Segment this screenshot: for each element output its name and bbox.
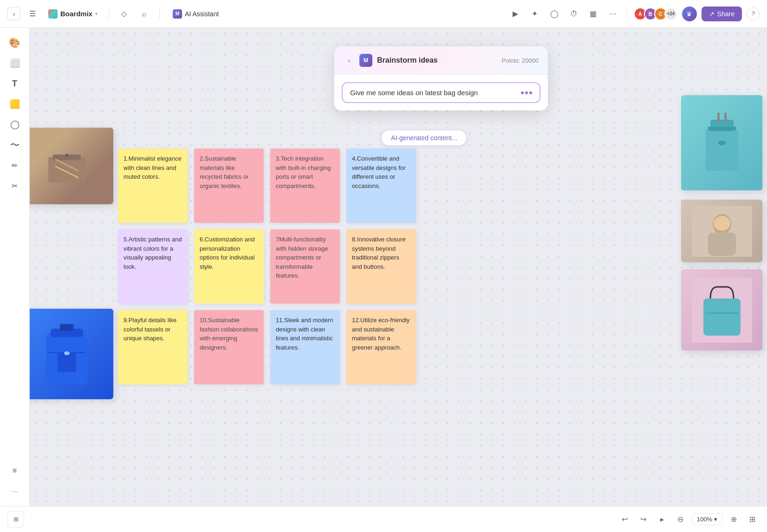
palette-icon: 🎨 <box>9 37 20 48</box>
grid-view-button[interactable]: ⊞ <box>745 512 760 527</box>
play-button[interactable]: ▶ <box>508 6 523 21</box>
notes-row-1: 1.Minimalist elegance with clean lines a… <box>118 149 416 223</box>
sticky-icon: 🟨 <box>10 99 20 109</box>
ai-dot-2 <box>525 91 528 94</box>
avatars-group: A B C +24 <box>634 7 677 20</box>
notes-row-3: 9.Playful details like colorful tassels … <box>118 310 416 384</box>
ai-logo-text: M <box>176 11 179 16</box>
avatar-count: +24 <box>664 7 677 20</box>
svg-rect-0 <box>48 157 85 182</box>
ai-panel-back-icon: ‹ <box>348 57 351 64</box>
svg-point-4 <box>65 154 69 157</box>
chart-button[interactable]: ▦ <box>586 6 601 21</box>
blue-bag-image <box>30 309 113 399</box>
comment-button[interactable]: ◯ <box>547 6 562 21</box>
zoom-control[interactable]: 100% ▾ <box>692 513 722 525</box>
ai-input-area[interactable]: Give me some ideas on latest bag design <box>342 82 540 103</box>
note-12[interactable]: 12.Utilize eco-friendly and sustainable … <box>346 310 416 384</box>
note-8[interactable]: 8.Innovative closure systems beyond trad… <box>346 229 416 304</box>
bottom-left-icon-button[interactable]: ⊞ <box>7 511 24 528</box>
zoom-level-label: 100% <box>697 516 712 523</box>
toolbar-right: ▶ ✦ ◯ ⏱ ▦ ⋯ A B C +24 ♛ ↗ Share <box>384 6 760 21</box>
note-7[interactable]: 7Multi-functionality with hidden storage… <box>270 229 340 304</box>
zoom-plus-button[interactable]: ⊕ <box>726 512 741 527</box>
note-11[interactable]: 11.Sleek and modern designs with clean l… <box>270 310 340 384</box>
hamburger-button[interactable]: ☰ <box>26 7 39 20</box>
list-icon: ≡ <box>13 467 17 475</box>
help-button[interactable]: ? <box>747 7 760 20</box>
shape-icon: ◯ <box>10 119 20 130</box>
tag-icon: ◇ <box>121 9 127 18</box>
search-button[interactable]: ⌕ <box>137 6 152 21</box>
ai-panel-logo-text: M <box>364 57 368 64</box>
pointer-button[interactable]: ▸ <box>655 512 670 527</box>
main-toolbar: ‹ ☰ Boardmix ▾ ◇ ⌕ M AI Assistant ▶ <box>0 0 767 28</box>
bottom-bar: ⊞ ↩ ↪ ▸ ⊖ 100% ▾ ⊕ ⊞ <box>0 506 767 532</box>
palette-tool-button[interactable]: 🎨 <box>6 33 24 52</box>
sticky-notes-area: 1.Minimalist elegance with clean lines a… <box>118 149 416 391</box>
frame-tool-button[interactable]: ⬜ <box>6 54 24 72</box>
note-9[interactable]: 9.Playful details like colorful tassels … <box>118 310 188 384</box>
hamburger-icon: ☰ <box>29 9 36 18</box>
left-sidebar: 🎨 ⬜ T 🟨 ◯ 〜 ✏ ✂ ≡ ⋯ <box>0 28 30 506</box>
share-button[interactable]: ↗ Share <box>702 6 742 21</box>
pointer-icon: ▸ <box>660 515 664 524</box>
zoom-minus-button[interactable]: ⊖ <box>673 512 688 527</box>
list-tool-button[interactable]: ≡ <box>6 461 24 480</box>
frame-icon: ⬜ <box>10 58 20 68</box>
note-3[interactable]: 3.Tech integration with built-in chargin… <box>270 149 340 223</box>
back-button[interactable]: ‹ <box>7 7 20 20</box>
ai-logo-icon: M <box>173 9 182 19</box>
brand-logo-icon <box>48 9 58 19</box>
shape-tool-button[interactable]: ◯ <box>6 115 24 134</box>
ai-input-text: Give me some ideas on latest bag design <box>350 89 517 97</box>
ai-input-dots <box>521 91 532 94</box>
note-5[interactable]: 5.Artistic patterns and vibrant colors f… <box>118 229 188 304</box>
text-icon: T <box>12 79 17 89</box>
note-1[interactable]: 1.Minimalist elegance with clean lines a… <box>118 149 188 223</box>
crown-button[interactable]: ♛ <box>682 6 697 21</box>
ai-panel-back-button[interactable]: ‹ <box>344 55 355 66</box>
sidebar-more-icon: ⋯ <box>11 487 19 496</box>
back-icon: ‹ <box>13 10 15 18</box>
svg-point-23 <box>64 351 70 355</box>
cursor-icon: ✦ <box>532 9 538 18</box>
tag-button[interactable]: ◇ <box>117 6 131 21</box>
share-icon: ↗ <box>709 10 715 18</box>
sticky-tool-button[interactable]: 🟨 <box>6 95 24 113</box>
tote-bag-image <box>681 269 762 350</box>
svg-point-14 <box>714 216 730 231</box>
note-6[interactable]: 6.Customization and personalization opti… <box>194 229 264 304</box>
line-tool-button[interactable]: 〜 <box>6 136 24 154</box>
cursor-icon-button[interactable]: ✦ <box>527 6 542 21</box>
more-toolbar-icon: ⋯ <box>609 9 617 18</box>
note-10[interactable]: 10.Sustainable fashion collaborations wi… <box>194 310 264 384</box>
tote-placeholder <box>681 269 762 350</box>
redo-button[interactable]: ↪ <box>636 512 651 527</box>
history-button[interactable]: ⏱ <box>566 6 581 21</box>
teal-bag-placeholder <box>681 95 762 190</box>
sidebar-more-button[interactable]: ⋯ <box>6 482 24 500</box>
scissors-icon: ✂ <box>12 182 18 190</box>
undo-button[interactable]: ↩ <box>618 512 632 527</box>
brand-chevron-icon: ▾ <box>95 11 98 16</box>
pen-tool-button[interactable]: ✏ <box>6 156 24 175</box>
ai-assistant-label: AI Assistant <box>185 10 219 18</box>
more-toolbar-button[interactable]: ⋯ <box>605 6 620 21</box>
help-icon: ? <box>751 10 754 17</box>
brand-name-label: Boardmix <box>60 10 92 18</box>
main-canvas[interactable]: ‹ M Brainstorm ideas Points: 20000 Give … <box>30 28 767 506</box>
note-4[interactable]: 4.Convertible and versatile designs for … <box>346 149 416 223</box>
ai-panel-title: Brainstorm ideas <box>377 56 497 65</box>
text-tool-button[interactable]: T <box>6 74 24 93</box>
toolbar-left: ‹ ☰ Boardmix ▾ ◇ ⌕ M AI Assistant <box>7 6 384 21</box>
bottom-bar-left: ⊞ <box>7 511 258 528</box>
note-2[interactable]: 2.Sustainable materials like recycled fa… <box>194 149 264 223</box>
ai-assistant-button[interactable]: M AI Assistant <box>167 6 224 21</box>
woman-placeholder <box>681 200 762 262</box>
line-icon: 〜 <box>10 139 20 151</box>
scissors-tool-button[interactable]: ✂ <box>6 176 24 195</box>
svg-rect-9 <box>724 113 727 122</box>
teal-bag-image <box>681 95 762 190</box>
brand-button[interactable]: Boardmix ▾ <box>45 7 101 20</box>
